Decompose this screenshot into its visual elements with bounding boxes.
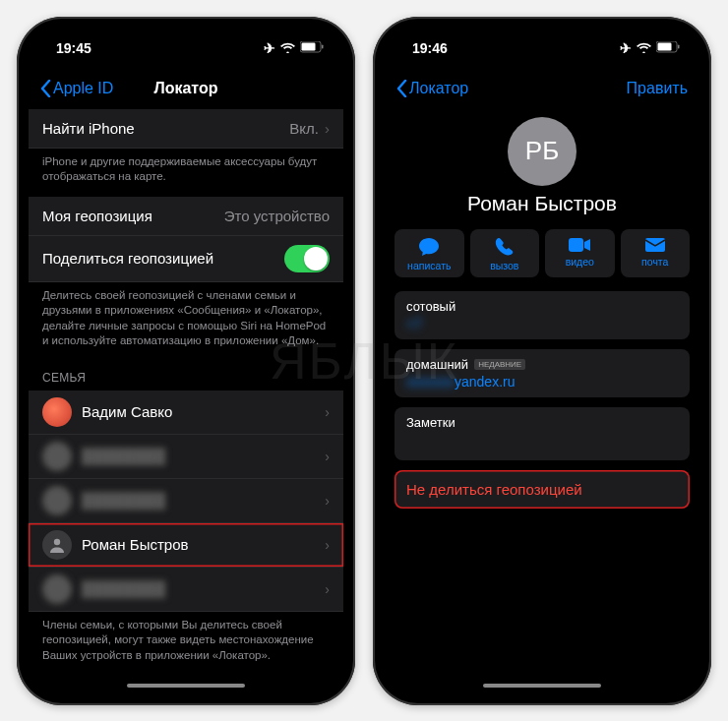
svg-rect-1: [302, 42, 316, 50]
phone-icon: [495, 237, 515, 257]
airplane-icon: ✈︎: [264, 40, 275, 56]
chevron-right-icon: ›: [325, 537, 330, 553]
recent-badge: НЕДАВНИЕ: [474, 359, 525, 370]
cell-value: Вкл.: [289, 120, 319, 137]
mail-button[interactable]: почта: [621, 229, 691, 277]
phone-right: 19:46 ✈︎ Локатор Править РБ Роман Быстро…: [373, 17, 711, 705]
status-time: 19:46: [412, 40, 448, 56]
family-member-row[interactable]: ████████›: [29, 435, 343, 479]
svg-rect-6: [678, 44, 680, 48]
svg-point-3: [54, 538, 60, 544]
chevron-right-icon: ›: [325, 493, 330, 509]
action-label: видео: [566, 256, 594, 268]
notch: [112, 29, 260, 54]
chevron-right-icon: ›: [325, 581, 330, 597]
video-button[interactable]: видео: [545, 229, 615, 277]
cell-label: Моя геопозиция: [42, 208, 152, 224]
mobile-field[interactable]: сотовый +7: [394, 291, 690, 339]
call-button[interactable]: вызов: [470, 229, 540, 277]
footer-text: iPhone и другие поддерживаемые аксессуар…: [29, 149, 343, 197]
avatar: [42, 442, 72, 471]
avatar: [42, 397, 72, 427]
status-time: 19:45: [56, 40, 91, 56]
family-header: СЕМЬЯ: [29, 361, 343, 391]
video-icon: [568, 237, 591, 253]
person-name: ████████: [82, 580, 315, 597]
family-member-row[interactable]: Вадим Савко›: [29, 391, 343, 435]
action-label: написать: [407, 260, 451, 271]
contact-name: Роман Быстров: [385, 192, 699, 215]
share-toggle[interactable]: [284, 245, 330, 272]
svg-rect-5: [658, 42, 672, 50]
nav-bar: Локатор Править: [385, 68, 699, 109]
chevron-left-icon: [40, 80, 51, 97]
svg-rect-7: [569, 238, 583, 252]
avatar: [42, 486, 72, 515]
notes-field[interactable]: Заметки: [394, 407, 690, 460]
person-name: ████████: [82, 492, 315, 509]
home-indicator[interactable]: [127, 684, 245, 688]
chevron-right-icon: ›: [325, 404, 330, 420]
home-field[interactable]: домашний НЕДАВНИЕ xxxxxxxyandex.ru: [394, 349, 690, 397]
action-label: почта: [641, 256, 668, 268]
edit-button[interactable]: Править: [627, 80, 688, 97]
find-iphone-cell[interactable]: Найти iPhone Вкл. ›: [29, 109, 343, 149]
phone-left: 19:45 ✈︎ Apple ID Локатор Найти iPhone В…: [17, 17, 355, 705]
wifi-icon: [637, 40, 651, 56]
back-label: Локатор: [409, 80, 468, 97]
nav-bar: Apple ID Локатор: [29, 68, 343, 109]
field-label: сотовый: [406, 299, 678, 314]
share-location-cell: Поделиться геопозицией: [29, 236, 343, 282]
stop-sharing-button[interactable]: Не делиться геопозицией: [394, 470, 690, 509]
back-button[interactable]: Локатор: [396, 80, 468, 97]
mail-icon: [644, 237, 666, 253]
home-value: yandex.ru: [455, 374, 515, 390]
battery-icon: [656, 40, 680, 56]
svg-rect-8: [645, 238, 665, 252]
back-label: Apple ID: [53, 80, 113, 97]
mobile-value: +7: [406, 316, 678, 331]
cell-label: Найти iPhone: [42, 120, 135, 137]
home-indicator[interactable]: [483, 684, 601, 688]
wifi-icon: [280, 40, 295, 56]
contact-avatar: РБ: [508, 117, 576, 186]
chevron-right-icon: ›: [325, 120, 330, 137]
footer-text: Делитесь своей геопозицией с членами сем…: [29, 282, 343, 361]
notch: [468, 29, 616, 54]
chevron-right-icon: ›: [325, 449, 330, 464]
chevron-left-icon: [396, 80, 407, 97]
message-icon: [418, 237, 440, 257]
battery-icon: [300, 40, 324, 56]
avatar: [42, 574, 72, 604]
my-location-cell[interactable]: Моя геопозиция Это устройство: [29, 197, 343, 236]
back-button[interactable]: Apple ID: [40, 80, 113, 97]
cell-label: Поделиться геопозицией: [42, 250, 213, 267]
family-member-row[interactable]: Роман Быстров›: [29, 523, 343, 568]
person-name: Роман Быстров: [82, 536, 315, 553]
family-member-row[interactable]: ████████›: [29, 479, 343, 523]
family-member-row[interactable]: ████████›: [29, 568, 343, 612]
message-button[interactable]: написать: [394, 229, 464, 277]
field-label: домашний: [406, 357, 468, 372]
airplane-icon: ✈︎: [620, 40, 632, 56]
person-name: ████████: [82, 448, 315, 464]
svg-rect-2: [322, 44, 324, 48]
field-label: Заметки: [406, 415, 678, 430]
action-label: вызов: [490, 260, 518, 271]
cell-value: Это устройство: [224, 208, 330, 224]
person-name: Вадим Савко: [82, 403, 315, 420]
footer-text: Члены семьи, с которыми Вы делитесь свое…: [29, 612, 343, 674]
avatar: [42, 530, 72, 560]
